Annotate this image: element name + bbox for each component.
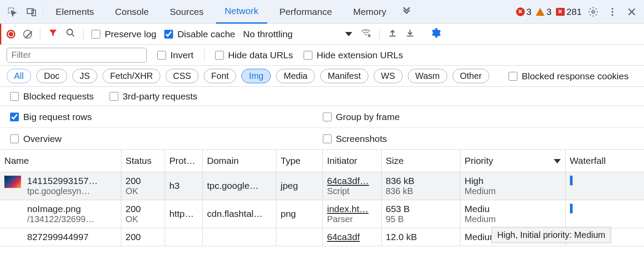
blocked-cookies-checkbox[interactable]: Blocked response cookies (509, 71, 629, 81)
view-options-row-2: Overview Screenshots (0, 128, 644, 150)
overview-checkbox[interactable]: Overview (10, 134, 62, 144)
third-party-checkbox[interactable]: 3rd-party requests (110, 91, 197, 102)
tab-network[interactable]: Network (216, 0, 267, 24)
device-icon[interactable] (24, 4, 39, 20)
svg-point-4 (612, 8, 613, 10)
filter-bar: Invert Hide data URLs Hide extension URL… (0, 45, 644, 66)
type-font[interactable]: Font (204, 69, 236, 83)
hide-extension-urls-checkbox[interactable]: Hide extension URLs (304, 50, 403, 60)
svg-point-5 (612, 11, 613, 13)
col-size[interactable]: Size (381, 150, 460, 172)
type-filter-row: All Doc JS Fetch/XHR CSS Font Img Media … (0, 66, 644, 87)
cell-status: 200OK (121, 172, 165, 200)
table-row[interactable]: noImage.png/134122/32699… 200OK http… cd… (0, 200, 644, 228)
search-icon[interactable] (66, 28, 75, 40)
screenshots-checkbox[interactable]: Screenshots (323, 134, 387, 144)
type-js[interactable]: JS (72, 69, 97, 83)
cell-domain: tpc.google… (202, 172, 276, 200)
blocked-requests-checkbox[interactable]: Blocked requests (10, 91, 94, 102)
col-name[interactable]: Name (0, 150, 121, 172)
cell-size: 12.0 kB (381, 228, 460, 246)
svg-point-8 (368, 35, 370, 36)
col-priority[interactable]: Priority (460, 150, 565, 172)
col-type[interactable]: Type (276, 150, 322, 172)
type-manifest[interactable]: Manifest (320, 69, 368, 83)
hide-data-urls-checkbox[interactable]: Hide data URLs (215, 50, 293, 60)
type-css[interactable]: CSS (166, 69, 198, 83)
type-doc[interactable]: Doc (36, 69, 67, 83)
tab-console[interactable]: Console (106, 0, 158, 24)
preserve-log-checkbox[interactable]: Preserve log (92, 29, 156, 39)
download-har-icon[interactable] (405, 28, 415, 40)
error-count[interactable]: ✕3 (516, 7, 532, 17)
cell-waterfall (565, 200, 644, 228)
priority-tooltip: High, Initial priority: Medium (492, 227, 611, 243)
invert-checkbox[interactable]: Invert (157, 50, 194, 60)
upload-har-icon[interactable] (388, 28, 397, 40)
cell-priority: HighMedium (460, 172, 565, 200)
col-initiator[interactable]: Initiator (322, 150, 381, 172)
type-img[interactable]: Img (241, 69, 271, 83)
col-domain[interactable]: Domain (202, 150, 276, 172)
cell-name: noImage.png/134122/32699… (0, 200, 121, 228)
cell-waterfall (565, 172, 644, 200)
type-wasm[interactable]: Wasm (408, 69, 447, 83)
divider (40, 28, 40, 40)
divider (204, 49, 205, 61)
disable-cache-checkbox[interactable]: Disable cache (164, 29, 235, 39)
waterfall-bar (570, 176, 573, 185)
inspect-icon[interactable] (4, 4, 20, 20)
record-button[interactable] (7, 30, 15, 39)
divider (379, 28, 380, 40)
filter-input[interactable] (7, 48, 147, 63)
waterfall-bar (570, 204, 573, 213)
warning-count[interactable]: 3 (536, 7, 552, 17)
type-media[interactable]: Media (276, 69, 315, 83)
type-fetch[interactable]: Fetch/XHR (103, 69, 160, 83)
type-ws[interactable]: WS (374, 69, 403, 83)
message-count[interactable]: ✕281 (556, 7, 582, 17)
tab-performance[interactable]: Performance (271, 0, 341, 24)
kebab-icon[interactable] (605, 4, 620, 20)
network-conditions-icon[interactable] (360, 27, 372, 41)
type-other[interactable]: Other (453, 69, 489, 83)
cell-protocol (165, 228, 202, 246)
tab-elements[interactable]: Elements (47, 0, 103, 24)
sort-desc-icon (554, 159, 561, 163)
group-by-frame-checkbox[interactable]: Group by frame (323, 112, 400, 122)
cell-initiator[interactable]: 64ca3df (322, 228, 381, 246)
cell-name: 827299944997 (0, 228, 121, 246)
devtools-tabbar: Elements Console Sources Network Perform… (0, 0, 644, 24)
more-tabs-icon[interactable] (399, 4, 414, 20)
cell-initiator[interactable]: 64ca3df…Script (322, 172, 381, 200)
settings-icon[interactable] (585, 4, 601, 20)
cell-size: 653 B95 B (381, 200, 460, 228)
tab-sources[interactable]: Sources (161, 0, 212, 24)
svg-point-3 (592, 11, 594, 13)
network-toolbar: Preserve log Disable cache No throttling (0, 24, 644, 45)
divider (83, 28, 84, 40)
col-protocol[interactable]: Prot… (165, 150, 202, 172)
cell-protocol: h3 (165, 172, 202, 200)
cell-initiator[interactable]: index.ht…Parser (322, 200, 381, 228)
network-settings-icon[interactable] (431, 28, 441, 40)
cell-status: 200 (121, 228, 165, 246)
divider (43, 6, 43, 18)
close-icon[interactable] (624, 4, 640, 20)
big-rows-checkbox[interactable]: Big request rows (10, 112, 92, 122)
throttling-select[interactable]: No throttling (243, 29, 352, 39)
cell-size: 836 kB836 kB (381, 172, 460, 200)
thumbnail-icon (4, 176, 21, 188)
clear-button[interactable] (23, 30, 32, 39)
col-status[interactable]: Status (121, 150, 165, 172)
tab-memory[interactable]: Memory (344, 0, 395, 24)
filter-icon[interactable] (48, 28, 58, 40)
cell-type (276, 228, 322, 246)
col-waterfall[interactable]: Waterfall (565, 150, 644, 172)
cell-protocol: http… (165, 200, 202, 228)
svg-point-6 (612, 14, 613, 16)
svg-point-7 (67, 29, 73, 35)
type-all[interactable]: All (7, 69, 31, 83)
table-row[interactable]: 141152993157…tpc.googlesyn… 200OK h3 tpc… (0, 172, 644, 200)
cell-domain: cdn.flashtal… (202, 200, 276, 228)
